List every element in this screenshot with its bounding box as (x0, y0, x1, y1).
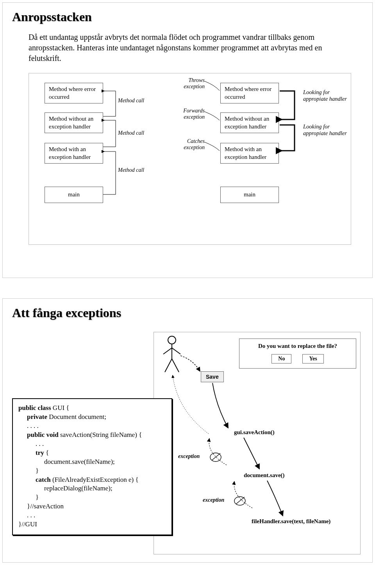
method-call-label-3: Method call (118, 167, 144, 173)
slide-catch-exceptions: Att fånga exceptions public class GUI { … (2, 298, 373, 563)
svg-line-7 (236, 497, 245, 504)
flow-diagram: Save Do you want to replace the file? No… (154, 332, 361, 554)
slide-anropsstacken: Anropsstacken Då ett undantag uppstår av… (2, 2, 373, 278)
kw-private: private (27, 413, 47, 421)
code-text: }//GUI (18, 520, 166, 529)
right-box-no-handler: Method without an exception handler (220, 112, 279, 133)
left-arrows-svg (29, 73, 158, 230)
call-document-save: document.save() (244, 472, 285, 479)
code-text: { (44, 449, 49, 456)
right-box-with-handler: Method with an exception handler (220, 143, 279, 164)
code-text: . . . (27, 511, 166, 520)
slide2-title: Att fånga exceptions (12, 306, 363, 320)
code-text: GUI { (51, 404, 70, 412)
call-filehandler-save: fileHandler.save(text, fileName) (252, 518, 330, 525)
slide-title: Anropsstacken (12, 10, 363, 24)
code-text: (FileAlreadyExistException e) { (51, 476, 139, 483)
svg-line-9 (212, 453, 220, 460)
call-gui-saveaction: gui.saveAction() (234, 429, 275, 436)
right-box-main: main (220, 187, 279, 203)
looking-label-2: Looking for appropiate handler (303, 123, 351, 137)
code-text: Document document; (47, 413, 106, 421)
kw-try: try (36, 449, 44, 456)
code-text: } (36, 467, 166, 476)
looking-label-1: Looking for appropiate handler (303, 89, 351, 103)
call-stack-diagram: Method where error occurred Method witho… (29, 73, 351, 245)
code-text: }//saveAction (27, 502, 166, 511)
code-text: . . . (36, 440, 166, 449)
right-label-throws: Throws exception (173, 77, 205, 90)
code-text: saveAction(String fileName) { (59, 431, 142, 438)
method-call-label-2: Method call (118, 130, 144, 136)
kw-public-void: public void (27, 431, 59, 438)
right-label-forwards: Forwards exception (173, 108, 205, 120)
slide-body-text: Då ett undantag uppstår avbryts det norm… (29, 32, 333, 64)
code-text: . . . . (27, 422, 166, 431)
kw-catch: catch (36, 476, 51, 483)
right-label-catches: Catches exception (173, 138, 205, 151)
code-text: document.save(fileName); (44, 458, 166, 467)
kw-public-class: public class (18, 404, 51, 412)
code-text: } (36, 493, 166, 502)
exception-label-2: exception (178, 453, 200, 460)
method-call-label-1: Method call (118, 98, 144, 104)
code-text: replaceDialog(fileName); (44, 484, 166, 493)
slide2-content: public class GUI { private Document docu… (12, 332, 363, 558)
code-box: public class GUI { private Document docu… (12, 398, 172, 535)
exception-label-1: exception (203, 497, 224, 503)
right-box-error: Method where error occurred (220, 83, 279, 103)
right-label-connectors (201, 73, 224, 175)
